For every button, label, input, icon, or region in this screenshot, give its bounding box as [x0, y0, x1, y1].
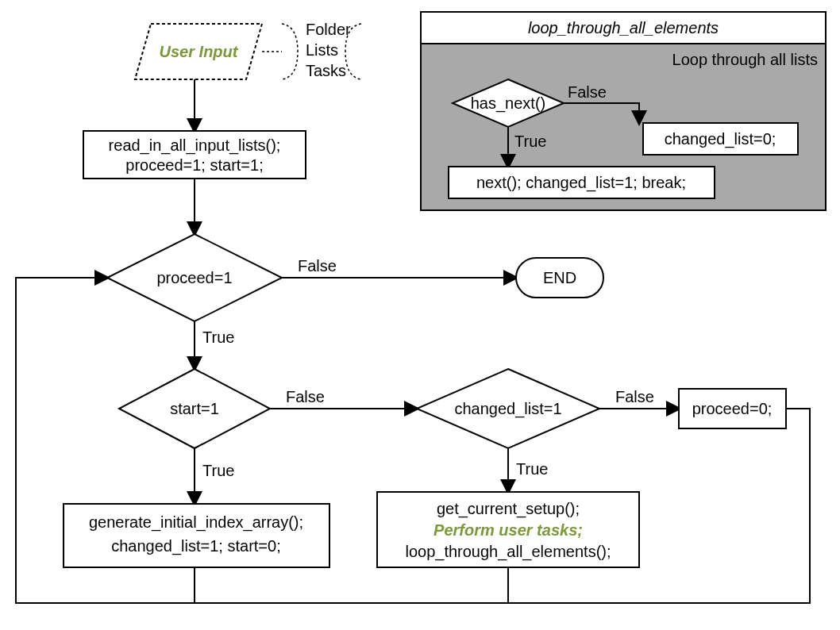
annotation-l3: Tasks — [306, 62, 346, 79]
annotation-l2: Lists — [306, 41, 338, 59]
decision-has-next-label: has_next() — [471, 94, 546, 113]
proceed-true-label: True — [202, 328, 234, 346]
process-gen-init-l2: changed_list=1; start=0; — [111, 537, 280, 555]
decision-start-label: start=1 — [170, 400, 219, 417]
changed-true-label: True — [516, 460, 548, 478]
subroutine-title: loop_through_all_elements — [528, 19, 719, 36]
process-gen-init-l1: generate_initial_index_array(); — [89, 513, 303, 532]
process-proceed-zero-label: proceed=0; — [692, 400, 773, 417]
decision-proceed-label: proceed=1 — [156, 269, 232, 286]
process-init-l2: proceed=1; start=1; — [125, 156, 263, 174]
process-init-l1: read_in_all_input_lists(); — [109, 136, 281, 155]
changed-false-label: False — [615, 388, 654, 405]
decision-changed-label: changed_list=1 — [454, 400, 561, 418]
terminator-end-label: END — [543, 269, 576, 286]
has-next-true-label: True — [514, 133, 546, 150]
start-false-label: False — [286, 388, 325, 405]
annotation-left-arc — [282, 24, 298, 79]
subroutine-caption: Loop through all lists — [672, 51, 818, 68]
start-true-label: True — [202, 462, 234, 479]
subroutine-box: loop_through_all_elements Loop through a… — [421, 12, 826, 210]
has-next-false-label: False — [568, 83, 607, 101]
edge-perform-loop — [195, 567, 508, 603]
process-perform-l3: loop_through_all_elements(); — [405, 543, 611, 561]
flowchart: loop_through_all_elements Loop through a… — [0, 0, 840, 630]
process-perform-l1: get_current_setup(); — [437, 500, 580, 518]
process-changed-zero-label: changed_list=0; — [665, 130, 776, 148]
annotation-l1: Folder — [306, 21, 351, 38]
process-perform-l2: Perform user tasks; — [433, 521, 583, 539]
proceed-false-label: False — [298, 257, 337, 275]
process-next-label: next(); changed_list=1; break; — [476, 174, 686, 192]
io-user-input-label: User Input — [160, 43, 239, 60]
